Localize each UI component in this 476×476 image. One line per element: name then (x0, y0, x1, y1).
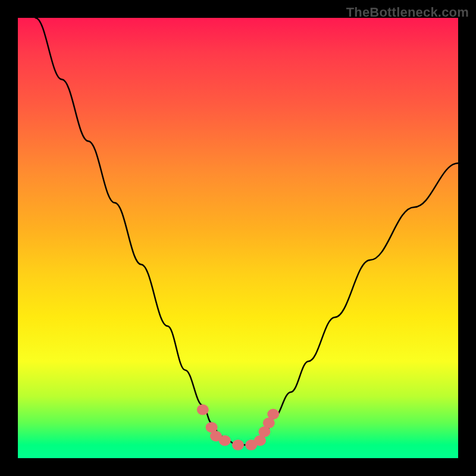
highlight-points (197, 405, 279, 450)
watermark-text: TheBottleneck.com (346, 5, 469, 20)
marker-point (232, 440, 244, 450)
plot-area (18, 18, 458, 458)
marker-point (267, 409, 279, 419)
marker-point (219, 435, 231, 446)
chart-frame: TheBottleneck.com (0, 0, 476, 476)
bottleneck-line (36, 18, 458, 445)
marker-point (197, 405, 209, 415)
chart-svg (18, 18, 458, 458)
